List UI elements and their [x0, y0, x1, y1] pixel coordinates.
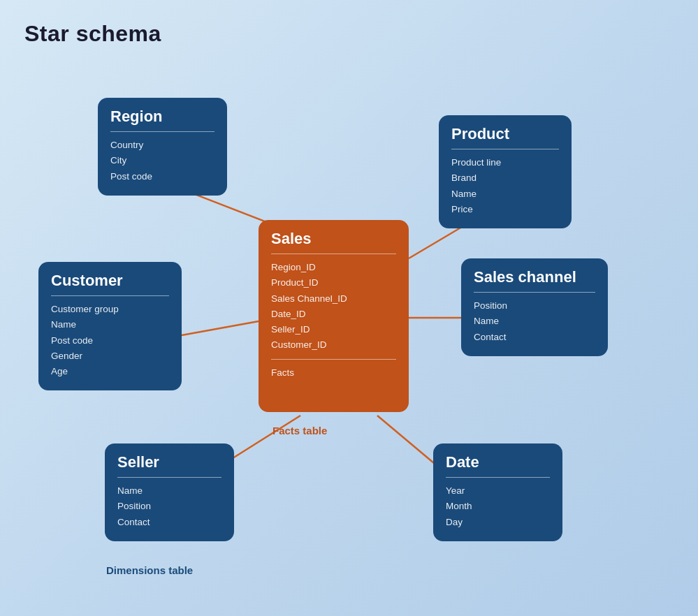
date-field-0: Year	[446, 483, 550, 499]
customer-field-4: Age	[51, 364, 169, 379]
seller-field-1: Position	[117, 499, 221, 514]
product-table: Product Product line Brand Name Price	[439, 115, 572, 228]
sales-field-3: Date_ID	[271, 307, 396, 322]
page-title: Star schema	[24, 21, 161, 47]
product-divider	[451, 149, 559, 149]
seller-field-2: Contact	[117, 515, 221, 530]
sales-field-1: Product_ID	[271, 275, 396, 291]
region-divider	[110, 131, 215, 132]
sales-channel-title: Sales channel	[474, 268, 595, 286]
region-field-2: Post code	[110, 169, 215, 184]
product-field-2: Name	[451, 186, 559, 202]
sales-channel-table: Sales channel Position Name Contact	[461, 258, 608, 356]
region-title: Region	[110, 108, 215, 126]
customer-title: Customer	[51, 272, 169, 290]
date-table: Date Year Month Day	[433, 443, 562, 541]
customer-field-1: Name	[51, 317, 169, 332]
product-title: Product	[451, 125, 559, 143]
region-field-1: City	[110, 153, 215, 168]
customer-field-3: Gender	[51, 349, 169, 364]
seller-title: Seller	[117, 453, 221, 471]
customer-divider	[51, 295, 169, 296]
sales-field-2: Sales Channel_ID	[271, 291, 396, 307]
sales-divider	[271, 254, 396, 254]
seller-field-0: Name	[117, 483, 221, 499]
sales-facts-divider	[271, 359, 396, 360]
customer-table: Customer Customer group Name Post code G…	[38, 262, 182, 390]
dimensions-table-label: Dimensions table	[106, 564, 193, 576]
seller-divider	[117, 477, 221, 478]
date-field-2: Day	[446, 515, 550, 530]
sales-field-5: Customer_ID	[271, 337, 396, 353]
sales-facts-field: Facts	[271, 365, 396, 381]
product-field-3: Price	[451, 202, 559, 217]
customer-field-0: Customer group	[51, 302, 169, 317]
date-field-1: Month	[446, 499, 550, 514]
region-table: Region Country City Post code	[98, 98, 227, 196]
date-title: Date	[446, 453, 550, 471]
sales-title: Sales	[271, 230, 396, 248]
region-field-0: Country	[110, 138, 215, 153]
sales-channel-field-1: Name	[474, 314, 595, 329]
sales-channel-field-2: Contact	[474, 330, 595, 345]
facts-table-label: Facts table	[272, 425, 327, 437]
product-field-0: Product line	[451, 155, 559, 170]
sales-table: Sales Region_ID Product_ID Sales Channel…	[259, 220, 409, 412]
product-field-1: Brand	[451, 170, 559, 186]
sales-channel-divider	[474, 292, 595, 293]
seller-table: Seller Name Position Contact	[105, 443, 234, 541]
sales-field-0: Region_ID	[271, 260, 396, 275]
date-divider	[446, 477, 550, 478]
svg-line-2	[182, 321, 259, 335]
sales-field-4: Seller_ID	[271, 322, 396, 337]
customer-field-2: Post code	[51, 333, 169, 349]
sales-channel-field-0: Position	[474, 298, 595, 314]
